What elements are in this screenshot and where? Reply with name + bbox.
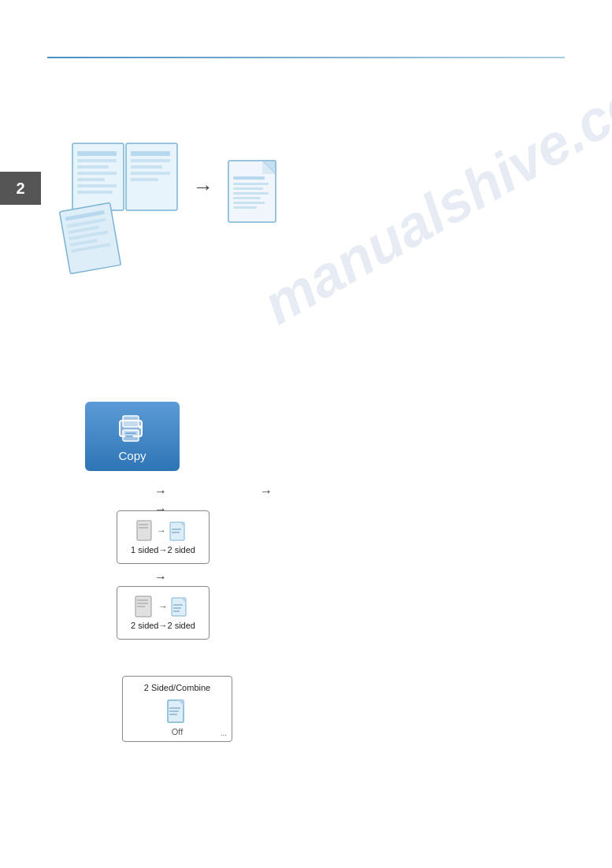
svg-rect-13 [131,178,158,181]
svg-rect-24 [233,176,265,180]
option2-icons: → [135,595,191,618]
svg-rect-27 [233,192,269,195]
copy-button-label: Copy [118,449,146,462]
svg-rect-3 [77,165,109,169]
svg-rect-52 [173,610,180,612]
option1-icons: → [136,520,190,542]
bottom-panel-value: Off [172,727,183,736]
svg-rect-40 [170,522,184,540]
svg-rect-2 [77,159,117,162]
svg-rect-39 [139,527,148,529]
svg-rect-48 [172,598,186,616]
source-page2 [124,142,184,213]
svg-rect-32 [123,416,139,427]
chapter-number: 2 [16,180,24,198]
svg-rect-46 [137,603,148,604]
svg-rect-10 [131,159,170,162]
svg-rect-47 [137,606,145,607]
svg-rect-7 [77,191,113,194]
step-arrow-1: → [154,484,167,499]
svg-rect-42 [172,529,181,530]
top-line [47,57,565,58]
svg-rect-55 [169,707,180,709]
step-arrow-4: → [154,570,167,584]
svg-rect-12 [131,172,170,175]
svg-rect-36 [125,436,133,437]
svg-rect-29 [233,202,265,204]
option2-output-icon [171,595,191,618]
svg-rect-6 [77,184,117,187]
chapter-badge: 2 [0,172,41,205]
copy-button[interactable]: Copy [85,402,180,471]
svg-rect-51 [173,607,181,609]
svg-point-34 [139,425,142,428]
option1-label: 1 sided→2 sided [131,545,195,555]
option-1-sided-to-2-sided[interactable]: → 1 sided→2 sided [117,510,210,564]
main-arrow: → [193,175,213,199]
svg-rect-11 [131,165,162,169]
svg-rect-50 [173,604,183,606]
svg-rect-43 [172,532,180,533]
bottom-panel-title: 2 Sided/Combine [144,683,210,692]
svg-rect-25 [233,183,269,185]
bottom-panel: 2 Sided/Combine Off ... [122,676,232,742]
svg-rect-45 [137,599,148,601]
svg-rect-30 [233,206,257,209]
copy-icon [115,411,150,446]
svg-rect-56 [169,710,179,712]
svg-rect-9 [131,151,170,156]
step-arrow-2: → [260,484,273,499]
svg-rect-57 [169,714,177,715]
svg-rect-5 [77,178,105,181]
svg-rect-28 [233,197,261,199]
svg-rect-38 [139,524,148,525]
svg-rect-26 [233,187,263,190]
bottom-panel-icon [166,697,188,724]
svg-rect-35 [125,432,136,434]
option1-double-icon [169,520,190,542]
svg-rect-1 [77,151,117,156]
svg-rect-4 [77,172,117,175]
bottom-panel-dots: ... [221,729,227,737]
svg-rect-37 [137,521,151,540]
output-page [227,153,282,224]
option2-source-icon [135,595,155,618]
option2-label: 2 sided→2 sided [131,621,195,630]
watermark: manualshive.com [252,43,612,336]
source-page3 [57,200,128,276]
option-2-sided-to-2-sided[interactable]: → 2 sided→2 sided [117,586,210,640]
option1-single-icon [136,520,154,542]
